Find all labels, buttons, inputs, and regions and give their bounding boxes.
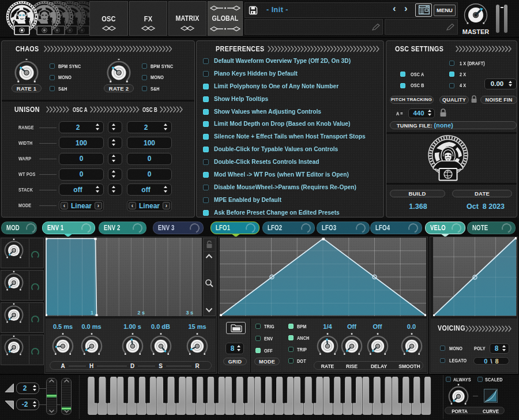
svg-text:3 s: 3 s [186, 310, 193, 316]
svg-text:2 s: 2 s [137, 310, 145, 316]
svg-text:1: 1 [90, 310, 93, 316]
